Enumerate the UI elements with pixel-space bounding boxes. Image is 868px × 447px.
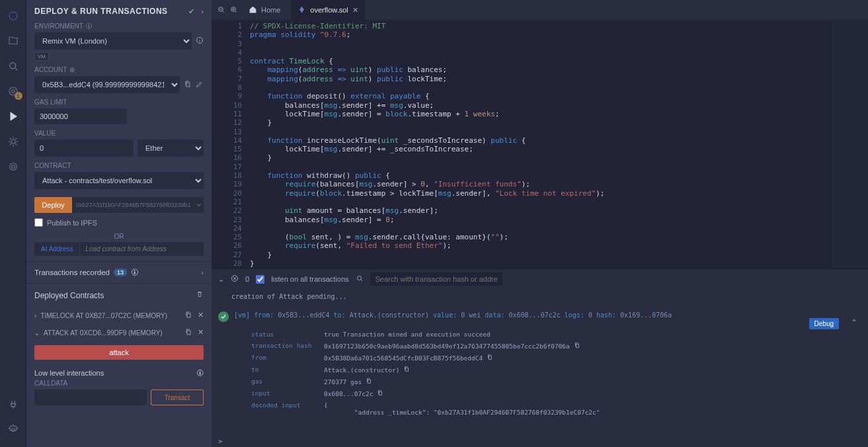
low-level-interactions-label: Low level interactions (34, 369, 104, 377)
publish-ipfs-checkbox[interactable] (34, 218, 43, 227)
chevron-right-icon[interactable]: › (34, 312, 36, 319)
copy-icon[interactable] (377, 389, 383, 397)
tab-home[interactable]: Home (242, 0, 287, 20)
or-divider: OR (26, 231, 212, 242)
svg-point-5 (11, 165, 15, 169)
chevron-right-icon[interactable]: › (201, 268, 204, 276)
check-icon[interactable]: ✔ (188, 7, 194, 16)
close-icon[interactable]: ✕ (198, 328, 204, 337)
deploy-expand-icon[interactable] (195, 197, 204, 213)
svg-rect-10 (187, 331, 190, 335)
svg-point-14 (357, 276, 361, 280)
deploy-run-icon[interactable] (7, 110, 19, 124)
copy-icon[interactable] (366, 378, 372, 386)
svg-point-1 (9, 63, 15, 69)
contract-label: CONTRACT (34, 162, 204, 169)
svg-point-2 (11, 90, 15, 93)
panel-title: DEPLOY & RUN TRANSACTIONS (34, 7, 168, 16)
main-area: Home overflow.sol ✕ 12345678910111213141… (212, 0, 868, 447)
tab-label: Home (261, 6, 280, 14)
svg-point-4 (11, 140, 15, 143)
collapse-log-icon[interactable]: ⌃ (852, 318, 856, 325)
deployed-item-timelock[interactable]: › TIMELOCK AT 0XB27...07C2C (MEMORY) ✕ (26, 307, 212, 324)
remix-logo-icon[interactable] (7, 10, 19, 23)
plugin-icon[interactable] (7, 161, 19, 174)
info-icon[interactable]: 🛈 (196, 369, 204, 377)
environment-select[interactable]: Remix VM (London) (34, 32, 192, 50)
search-icon[interactable] (356, 274, 364, 284)
chevron-toggle-icon[interactable]: ⌄ (218, 275, 224, 284)
svg-rect-17 (406, 368, 409, 371)
account-select[interactable]: 0x5B3...eddC4 (99.999999999998421895 (34, 76, 180, 93)
transactions-recorded-row[interactable]: Transactions recorded 13 🛈 › (26, 261, 212, 284)
edit-account-icon[interactable] (196, 80, 204, 89)
deployed-item-attack[interactable]: ⌄ ATTACK AT 0XCD6...99DF9 (MEMORY) ✕ (26, 324, 212, 341)
minimap[interactable] (832, 20, 868, 268)
info-icon[interactable]: 🛈 (131, 268, 139, 276)
solidity-file-icon (297, 5, 306, 15)
deploy-address-input[interactable]: 0xb27A31f1b0AF2946B7F582768f03239b1 (72, 197, 195, 213)
attack-button[interactable]: attack (34, 345, 204, 360)
log-pending: creation of Attack pending... (231, 292, 861, 302)
compiler-icon[interactable]: 1 (7, 85, 19, 99)
chevron-down-icon[interactable]: ⌄ (34, 329, 40, 337)
info-icon[interactable]: 🛈 (86, 22, 93, 30)
at-address-input[interactable] (79, 242, 204, 256)
transact-button[interactable]: Transact (151, 389, 204, 405)
line-gutter: 1234567891011121314151617181920212223242… (212, 20, 250, 268)
debugger-icon[interactable] (7, 136, 19, 149)
at-address-button[interactable]: At Address (34, 242, 79, 256)
terminal-toolbar: ⌄ 0 listen on all transactions (212, 269, 868, 289)
copy-icon[interactable] (403, 366, 410, 374)
plug-icon[interactable] (7, 399, 19, 412)
deployed-item-label: ATTACK AT 0XCD6...99DF9 (MEMORY) (44, 329, 163, 337)
gaslimit-input[interactable] (34, 108, 127, 124)
debug-button[interactable]: Debug (809, 318, 839, 329)
tab-overflow[interactable]: overflow.sol ✕ (291, 0, 364, 20)
env-info-icon[interactable] (196, 36, 204, 46)
zoom-in-icon[interactable] (229, 5, 238, 15)
file-explorer-icon[interactable] (7, 35, 19, 48)
svg-rect-19 (379, 391, 382, 395)
trash-all-icon[interactable] (196, 290, 204, 300)
plus-icon[interactable]: ⊕ (69, 66, 75, 73)
value-unit-select[interactable]: Ether (138, 140, 204, 157)
success-icon (218, 311, 229, 322)
copy-icon[interactable] (184, 311, 192, 320)
chevron-right-icon[interactable]: › (201, 7, 204, 15)
deploy-panel: DEPLOY & RUN TRANSACTIONS ✔ › ENVIRONMEN… (26, 0, 212, 447)
close-tab-icon[interactable]: ✕ (352, 6, 358, 15)
terminal-search-input[interactable] (370, 272, 502, 286)
contract-select[interactable]: Attack - contracts/test/overflow.sol (34, 172, 204, 189)
svg-rect-8 (186, 83, 190, 87)
terminal: ⌄ 0 listen on all transactions creation … (212, 268, 868, 447)
listen-label: listen on all transactions (271, 275, 348, 283)
calldata-input[interactable] (34, 389, 147, 405)
gaslimit-label: GAS LIMIT (34, 99, 204, 106)
tx-details-table: statustrue Transaction mined and executi… (251, 329, 861, 418)
log-vm-line: [vm] from: 0x5B3...eddC4 to: Attack.(con… (234, 311, 672, 319)
clear-icon[interactable] (231, 274, 239, 284)
copy-icon[interactable] (574, 342, 580, 350)
deployed-contracts-label: Deployed Contracts (34, 291, 104, 300)
tab-bar: Home overflow.sol ✕ (212, 0, 868, 20)
pending-count: 0 (245, 275, 249, 283)
terminal-output[interactable]: creation of Attack pending... [vm] from:… (212, 289, 868, 436)
listen-checkbox[interactable] (256, 275, 264, 284)
deploy-button[interactable]: Deploy (34, 197, 72, 213)
settings-icon[interactable] (7, 424, 19, 437)
account-label: ACCOUNT ⊕ (34, 66, 204, 73)
environment-label: ENVIRONMENT 🛈 (34, 22, 204, 30)
value-input[interactable] (34, 140, 134, 157)
terminal-prompt[interactable]: > (212, 436, 868, 447)
copy-icon[interactable] (184, 328, 192, 337)
close-icon[interactable]: ✕ (198, 311, 204, 320)
search-nav-icon[interactable] (7, 60, 19, 73)
zoom-out-icon[interactable] (217, 5, 225, 15)
copy-icon[interactable] (487, 354, 493, 362)
code-editor[interactable]: 1234567891011121314151617181920212223242… (212, 20, 868, 268)
copy-account-icon[interactable] (184, 80, 192, 89)
home-icon (249, 5, 257, 15)
vm-chip: VM (34, 52, 49, 61)
code-content[interactable]: // SPDX-License-Identifier: MITpragma so… (250, 20, 832, 268)
